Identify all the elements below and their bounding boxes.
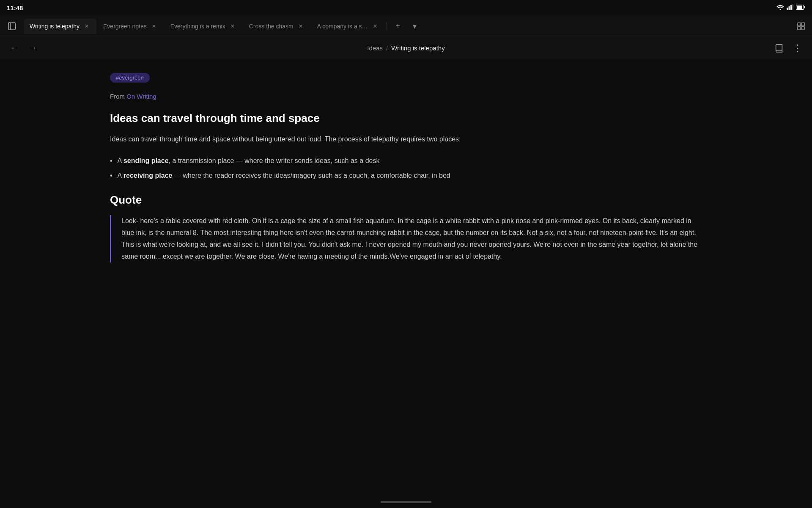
layout-toggle-button[interactable]	[793, 19, 809, 34]
tab-label: Evergreen notes	[103, 23, 147, 30]
svg-rect-11	[798, 26, 801, 29]
tab-writing-is-telepathy[interactable]: Writing is telepathy ✕	[24, 19, 96, 34]
tab-bar: Writing is telepathy ✕ Evergreen notes ✕…	[0, 15, 812, 37]
breadcrumb-parent: Ideas	[367, 44, 383, 52]
svg-rect-6	[797, 6, 802, 9]
main-heading: Ideas can travel through time and space	[110, 112, 702, 125]
nav-left: ← →	[7, 41, 41, 56]
svg-rect-12	[801, 26, 804, 29]
forward-button[interactable]: →	[25, 41, 41, 56]
list-item: A receiving place — where the reader rec…	[110, 170, 702, 181]
tab-close-superorg[interactable]: ✕	[371, 22, 379, 30]
svg-rect-3	[793, 4, 794, 10]
tab-close-writing-is-telepathy[interactable]: ✕	[83, 22, 91, 30]
quote-heading: Quote	[110, 193, 702, 207]
tab-label: Writing is telepathy	[30, 23, 80, 30]
battery-icon	[796, 4, 805, 11]
nav-right: ⋮	[771, 41, 805, 56]
content-area[interactable]: #evergreen From On Writing Ideas can tra…	[0, 59, 812, 508]
source-link[interactable]: On Writing	[126, 93, 156, 100]
tab-label: Everything is a remix	[170, 23, 225, 30]
quote-text: Look- here's a table covered with red cl…	[121, 215, 702, 262]
source-line: From On Writing	[110, 93, 702, 100]
main-paragraph: Ideas can travel through time and space …	[110, 133, 702, 145]
tab-close-chasm[interactable]: ✕	[297, 22, 304, 30]
svg-rect-2	[790, 5, 792, 10]
blockquote: Look- here's a table covered with red cl…	[110, 215, 702, 262]
list-item: A sending place, a transmission place — …	[110, 155, 702, 166]
status-time: 11:48	[7, 4, 23, 11]
breadcrumb-current: Writing is telepathy	[391, 44, 444, 52]
tab-close-remix[interactable]: ✕	[229, 22, 236, 30]
nav-bar: ← → Ideas / Writing is telepathy ⋮	[0, 37, 812, 59]
breadcrumb: Ideas / Writing is telepathy	[367, 44, 444, 52]
wifi-icon	[776, 4, 784, 11]
tab-company-superorg[interactable]: A company is a superorg ✕	[311, 19, 385, 34]
bottom-indicator	[381, 501, 431, 503]
tag-badge[interactable]: #evergreen	[110, 73, 150, 83]
tab-cross-the-chasm[interactable]: Cross the chasm ✕	[243, 19, 310, 34]
svg-rect-9	[798, 22, 801, 25]
back-button[interactable]: ←	[7, 41, 22, 56]
svg-rect-10	[801, 22, 804, 25]
book-icon-button[interactable]	[771, 41, 787, 56]
bullet-list: A sending place, a transmission place — …	[110, 155, 702, 181]
tab-everything-is-a-remix[interactable]: Everything is a remix ✕	[165, 19, 242, 34]
svg-rect-1	[789, 6, 790, 10]
more-tabs-button[interactable]: ▾	[407, 19, 422, 34]
svg-rect-0	[787, 8, 788, 10]
bold-sending: sending place	[123, 157, 169, 164]
signal-icon	[787, 4, 793, 11]
tab-evergreen-notes[interactable]: Evergreen notes ✕	[97, 19, 164, 34]
svg-rect-5	[804, 6, 805, 8]
tab-actions: + ▾	[390, 19, 422, 34]
add-tab-button[interactable]: +	[390, 19, 406, 34]
tab-close-evergreen-notes[interactable]: ✕	[150, 22, 158, 30]
tab-label: Cross the chasm	[249, 23, 294, 30]
status-bar: 11:48	[0, 0, 812, 15]
breadcrumb-separator: /	[386, 44, 388, 52]
bold-receiving: receiving place	[123, 172, 173, 179]
more-options-button[interactable]: ⋮	[790, 41, 805, 56]
status-icons	[776, 4, 805, 11]
tab-label: A company is a superorg	[317, 23, 368, 30]
tab-divider	[387, 22, 387, 30]
svg-rect-7	[8, 22, 16, 30]
sidebar-toggle-button[interactable]	[3, 18, 20, 35]
